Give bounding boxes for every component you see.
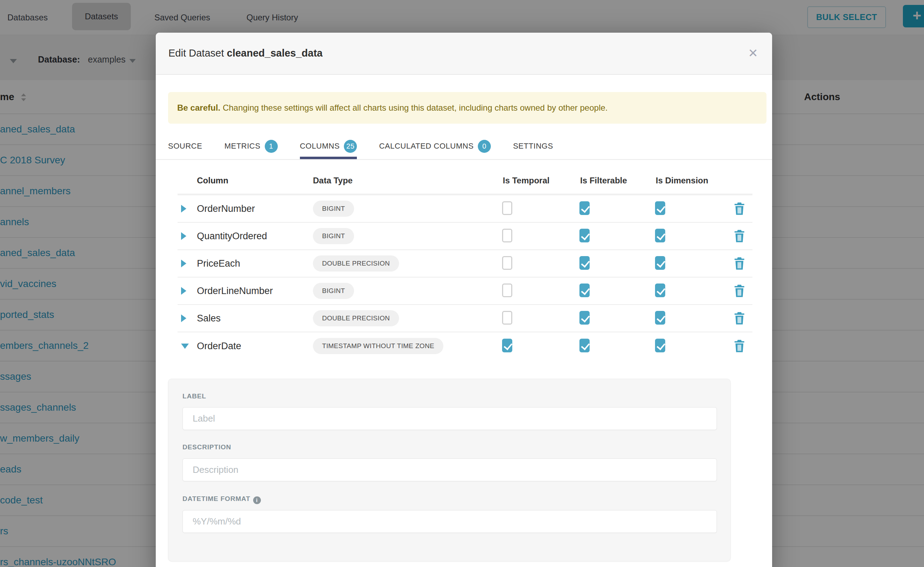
trash-icon[interactable]: [734, 312, 745, 325]
label-field-label: LABEL: [182, 392, 206, 400]
data-type-pill: DOUBLE PRECISION: [313, 310, 399, 326]
column-row: Sales DOUBLE PRECISION: [178, 305, 752, 332]
is-filterable-header: Is Filterable: [576, 176, 652, 186]
tab-metrics[interactable]: METRICS 1: [224, 136, 278, 159]
trash-icon[interactable]: [734, 202, 745, 215]
expand-caret-icon[interactable]: [181, 260, 187, 267]
is-dimension-checkbox[interactable]: [655, 284, 665, 297]
trash-icon[interactable]: [734, 339, 745, 353]
modal-tabs: SOURCE METRICS 1 COLUMNS 25 CALCULATED C…: [156, 136, 772, 160]
modal-title-prefix: Edit Dataset: [169, 47, 227, 58]
data-type-pill: BIGINT: [313, 201, 354, 217]
modal-header: Edit Dataset cleaned_sales_data ✕: [156, 33, 772, 75]
column-row-expanded: OrderDate TIMESTAMP WITHOUT TIME ZONE: [178, 332, 752, 360]
is-temporal-checkbox[interactable]: [502, 229, 512, 242]
close-icon[interactable]: ✕: [748, 46, 758, 60]
tab-label: SETTINGS: [513, 142, 553, 151]
is-filterable-checkbox[interactable]: [579, 229, 590, 242]
column-name: PriceEach: [197, 258, 313, 269]
columns-table: Column Data Type Is Temporal Is Filterab…: [178, 176, 752, 360]
info-icon[interactable]: i: [253, 496, 261, 504]
trash-icon[interactable]: [734, 284, 745, 297]
column-header: Column: [197, 176, 313, 186]
tab-label: CALCULATED COLUMNS: [379, 142, 474, 151]
tab-label: COLUMNS: [300, 142, 340, 151]
data-type-header: Data Type: [313, 176, 499, 186]
tab-settings[interactable]: SETTINGS: [513, 136, 553, 159]
is-temporal-checkbox[interactable]: [502, 201, 512, 215]
column-name: QuantityOrdered: [197, 231, 313, 242]
is-dimension-checkbox[interactable]: [655, 256, 665, 270]
modal-title-dataset-name: cleaned_sales_data: [227, 47, 322, 58]
column-name: OrderNumber: [197, 203, 313, 214]
column-row: OrderNumber BIGINT: [178, 195, 752, 223]
trash-icon[interactable]: [734, 257, 745, 270]
is-dimension-checkbox[interactable]: [655, 201, 665, 215]
is-dimension-checkbox[interactable]: [655, 339, 665, 352]
columns-table-header: Column Data Type Is Temporal Is Filterab…: [178, 176, 752, 195]
calculated-columns-count-badge: 0: [478, 140, 491, 153]
column-name: OrderDate: [197, 341, 313, 352]
data-type-pill: BIGINT: [313, 228, 354, 244]
expand-caret-icon[interactable]: [181, 232, 187, 240]
tab-columns[interactable]: COLUMNS 25: [300, 136, 357, 159]
column-row: OrderLineNumber BIGINT: [178, 278, 752, 305]
column-row: PriceEach DOUBLE PRECISION: [178, 250, 752, 278]
datetime-format-field-label: DATETIME FORMATi: [182, 495, 261, 504]
description-input[interactable]: [182, 459, 717, 481]
column-detail-panel: LABEL DESCRIPTION DATETIME FORMATi: [168, 379, 731, 561]
warning-body: Changing these settings will affect all …: [220, 103, 608, 112]
expand-caret-icon[interactable]: [181, 314, 187, 322]
expand-caret-icon[interactable]: [181, 287, 187, 295]
column-name: Sales: [197, 313, 313, 324]
column-row: QuantityOrdered BIGINT: [178, 223, 752, 250]
is-temporal-checkbox[interactable]: [502, 311, 512, 325]
label-input[interactable]: [182, 407, 717, 430]
is-temporal-checkbox[interactable]: [502, 256, 512, 270]
collapse-caret-icon[interactable]: [181, 344, 189, 349]
trash-icon[interactable]: [734, 230, 745, 243]
is-dimension-checkbox[interactable]: [655, 229, 665, 242]
warning-banner: Be careful. Changing these settings will…: [168, 92, 766, 124]
is-filterable-checkbox[interactable]: [579, 256, 590, 270]
columns-count-badge: 25: [344, 140, 357, 153]
is-filterable-checkbox[interactable]: [579, 201, 590, 215]
expand-caret-icon[interactable]: [181, 205, 187, 213]
data-type-pill: DOUBLE PRECISION: [313, 255, 399, 272]
modal-title: Edit Dataset cleaned_sales_data: [169, 47, 323, 59]
is-filterable-checkbox[interactable]: [579, 311, 590, 325]
is-temporal-checkbox[interactable]: [502, 284, 512, 297]
tab-source[interactable]: SOURCE: [168, 136, 202, 159]
is-filterable-checkbox[interactable]: [579, 284, 590, 297]
data-type-pill: BIGINT: [313, 283, 354, 299]
is-dimension-header: Is Dimension: [652, 176, 726, 186]
tab-label: METRICS: [224, 142, 260, 151]
datetime-format-label-text: DATETIME FORMAT: [182, 495, 250, 502]
is-dimension-checkbox[interactable]: [655, 311, 665, 325]
is-temporal-checkbox[interactable]: [502, 339, 512, 352]
data-type-pill: TIMESTAMP WITHOUT TIME ZONE: [313, 338, 443, 354]
warning-lead: Be careful.: [177, 103, 220, 112]
is-filterable-checkbox[interactable]: [579, 339, 590, 352]
metrics-count-badge: 1: [265, 140, 278, 153]
datetime-format-input[interactable]: [182, 510, 717, 533]
edit-dataset-modal: Edit Dataset cleaned_sales_data ✕ Be car…: [156, 33, 772, 567]
description-field-label: DESCRIPTION: [182, 443, 231, 451]
is-temporal-header: Is Temporal: [499, 176, 576, 186]
tab-calculated-columns[interactable]: CALCULATED COLUMNS 0: [379, 136, 491, 159]
tab-label: SOURCE: [168, 142, 202, 151]
column-name: OrderLineNumber: [197, 286, 313, 297]
